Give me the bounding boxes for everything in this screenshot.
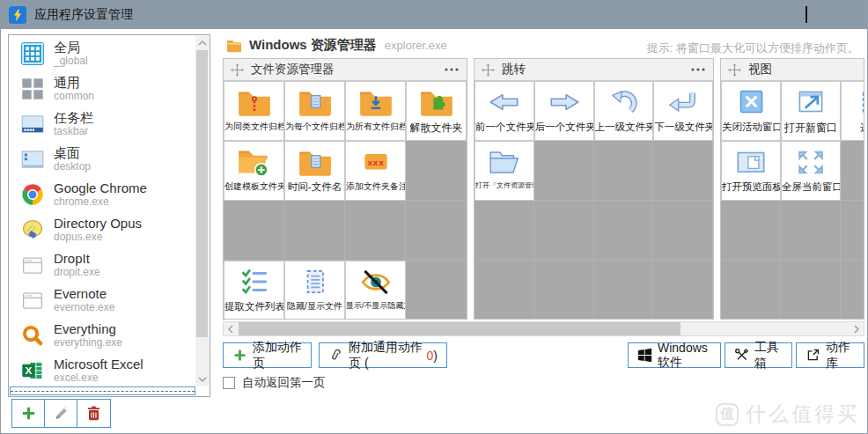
attach-common-page-button[interactable]: 附加通用动作页 ( 0 ): [319, 342, 447, 368]
paperclip-icon: [328, 348, 343, 363]
empty-grid-cell: [781, 201, 841, 261]
action-page-panel: 视图 关闭活动窗口 打开新窗口 选择 打开预览面板 全屏当前窗口: [720, 58, 864, 320]
empty-grid-cell: [841, 141, 864, 201]
panel-header[interactable]: 跳转: [474, 59, 713, 81]
action-tile[interactable]: 上一级文件夹: [594, 81, 654, 141]
current-app-header: Windows 资源管理器 explorer.exe: [226, 37, 447, 54]
move-icon[interactable]: [482, 63, 495, 77]
ellipsis-menu-icon[interactable]: [690, 67, 706, 72]
action-tile-label: 打开『文件资源管理器』: [475, 182, 533, 189]
action-tile-label: 添加文件夹备注: [346, 182, 405, 191]
toolbox-button[interactable]: 工具箱: [725, 342, 792, 368]
chevron-right-icon[interactable]: [850, 322, 864, 335]
chevron-down-icon[interactable]: [195, 372, 209, 386]
maximize-button[interactable]: [786, 1, 827, 29]
windows-logo-icon: [637, 348, 652, 363]
sidebar-item-_global[interactable]: 全局 _global: [10, 36, 195, 71]
minimize-button[interactable]: [746, 1, 786, 29]
folder-plus-icon: [236, 146, 273, 178]
app-window-icon: [21, 254, 44, 276]
folder-zip-icon: [236, 86, 273, 118]
sidebar-item-taskbar[interactable]: 任务栏 taskbar: [10, 107, 195, 142]
sidebar-item-label: 通用: [54, 76, 94, 90]
sidebar-item-dopusexe[interactable]: Directory Opus dopus.exe: [10, 212, 195, 247]
panel-header[interactable]: 文件资源管理器: [224, 59, 467, 81]
auto-return-option[interactable]: 自动返回第一页: [223, 375, 326, 391]
move-icon[interactable]: [728, 63, 741, 77]
sidebar-item-dropitexe[interactable]: DropIt dropit.exe: [10, 247, 195, 283]
sidebar-horizontal-scrollbar[interactable]: [10, 386, 195, 395]
move-icon[interactable]: [231, 63, 244, 77]
add-app-button[interactable]: [12, 400, 45, 427]
action-tile[interactable]: 前一个文件夹: [474, 81, 534, 141]
arrow-right-icon: [546, 86, 583, 118]
toolbox-label: 工具箱: [754, 340, 783, 371]
window-controls: [746, 1, 867, 29]
action-library-button[interactable]: 动作库: [796, 342, 864, 368]
chevron-left-icon[interactable]: [224, 322, 238, 335]
action-tile[interactable]: 关闭活动窗口: [721, 81, 781, 141]
scrollbar-thumb[interactable]: [239, 322, 680, 335]
delete-app-button[interactable]: [77, 400, 110, 427]
action-tile-label: 隐藏/显示文件: [287, 302, 342, 311]
windows-software-label: Windows软件: [658, 341, 711, 371]
sidebar-item-excelexe[interactable]: X Microsoft Excel excel.exe: [10, 353, 195, 386]
panel-header[interactable]: 视图: [721, 59, 864, 81]
action-tile[interactable]: 打开预览面板: [721, 141, 781, 201]
titlebar[interactable]: 应用程序设置管理: [1, 1, 867, 29]
pencil-icon: [53, 405, 70, 422]
action-tile[interactable]: 为所有文件归档: [345, 81, 406, 141]
empty-grid-cell: [284, 201, 345, 261]
empty-grid-cell: [653, 261, 713, 320]
sidebar-item-desktop[interactable]: 桌面 desktop: [10, 142, 195, 177]
empty-grid-cell: [345, 201, 406, 261]
sidebar-vertical-scrollbar[interactable]: [195, 36, 209, 386]
sidebar-item-label: Microsoft Excel: [54, 357, 143, 371]
arrow-enter-icon: [665, 86, 702, 118]
edit-app-button[interactable]: [45, 400, 77, 427]
action-tile[interactable]: 后一个文件夹: [534, 81, 594, 141]
action-tile[interactable]: 提取文件列表: [224, 261, 284, 320]
ellipsis-menu-icon[interactable]: [444, 67, 460, 72]
empty-grid-cell: [721, 261, 781, 320]
sidebar-item-everythingexe[interactable]: Everything everything.exe: [10, 318, 195, 353]
sidebar-item-sub: dropit.exe: [54, 267, 100, 278]
action-tile[interactable]: 解散文件夹: [406, 81, 467, 141]
sidebar-item-evernoteexe[interactable]: Evernote evernote.exe: [10, 283, 195, 318]
sidebar-item-label: 全局: [54, 40, 88, 55]
action-tile[interactable]: 隐藏/显示文件: [284, 261, 345, 320]
app-window-frame: 应用程序设置管理 全局 _global 通用 common 任务栏 taskba…: [0, 0, 868, 434]
action-tile-label: 全屏当前窗口: [782, 182, 840, 193]
arrow-left-icon: [486, 86, 523, 118]
scrollbar-thumb[interactable]: [196, 50, 208, 337]
attach-count: 0: [427, 349, 434, 363]
action-tile-label: 时间-文件名: [288, 182, 342, 193]
auto-return-checkbox[interactable]: [223, 377, 235, 389]
smzdm-badge: 值: [716, 403, 739, 426]
action-tile[interactable]: 全屏当前窗口: [781, 141, 841, 201]
action-tile[interactable]: 打开『文件资源管理器』: [474, 141, 534, 201]
action-tile[interactable]: 显示/不显示隐藏文件: [345, 261, 406, 320]
empty-grid-cell: [721, 201, 781, 261]
action-tile-label: 提取文件列表: [224, 302, 283, 313]
action-tile-label: 为同类文件归档: [224, 122, 283, 131]
chevron-up-icon[interactable]: [195, 36, 209, 49]
action-tile[interactable]: 选择: [841, 81, 864, 141]
sidebar-item-sub: common: [54, 91, 94, 102]
action-tile[interactable]: xxx 添加文件夹备注: [345, 141, 406, 201]
action-tile[interactable]: 为同类文件归档: [224, 81, 284, 141]
action-tile[interactable]: 下一级文件夹: [653, 81, 713, 141]
action-tile[interactable]: 时间-文件名: [284, 141, 345, 201]
taskbar-icon: [21, 113, 44, 136]
action-tile[interactable]: 打开新窗口: [781, 81, 841, 141]
windows-software-button[interactable]: Windows软件: [628, 342, 721, 368]
sidebar-item-common[interactable]: 通用 common: [10, 71, 195, 107]
main-horizontal-scrollbar[interactable]: [223, 321, 864, 336]
maximize-icon: [805, 7, 807, 23]
action-tile[interactable]: 创建模板文件夹: [224, 141, 284, 201]
action-tile[interactable]: 为每个文件归档: [284, 81, 345, 141]
add-action-page-button[interactable]: 添加动作页: [223, 342, 312, 368]
close-button[interactable]: [827, 1, 867, 29]
sidebar-item-chromeexe[interactable]: Google Chrome chrome.exe: [10, 177, 195, 212]
folder-open-blue-icon: [486, 146, 523, 178]
